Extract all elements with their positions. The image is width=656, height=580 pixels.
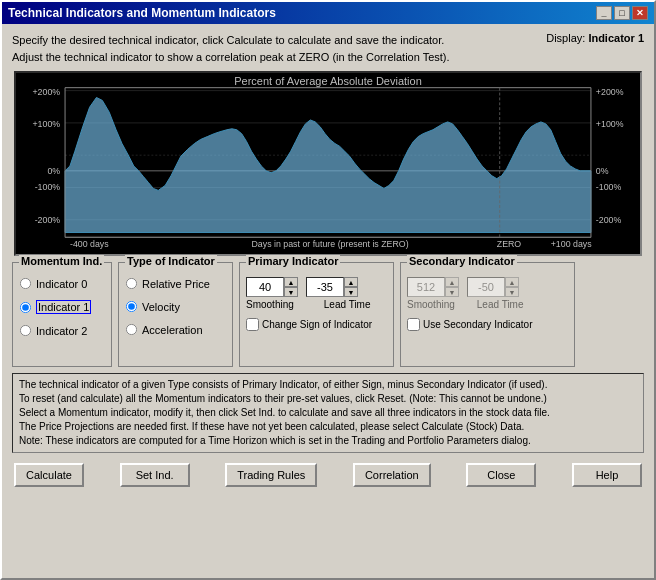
secondary-smoothing-label: Smoothing	[407, 299, 455, 310]
type-acceleration-radio[interactable]	[126, 324, 137, 335]
info-line-1: The technical indicator of a given Type …	[19, 378, 637, 392]
type-velocity-label: Velocity	[142, 301, 180, 313]
primary-smoothing-up[interactable]: ▲	[284, 277, 298, 287]
svg-text:-100%: -100%	[596, 182, 622, 192]
primary-smoothing-input[interactable]	[246, 277, 284, 297]
primary-smoothing-label: Smoothing	[246, 299, 294, 310]
maximize-button[interactable]: □	[614, 6, 630, 20]
svg-text:-200%: -200%	[596, 215, 622, 225]
primary-change-sign-row: Change Sign of Indicator	[246, 318, 387, 331]
primary-change-sign-checkbox[interactable]	[246, 318, 259, 331]
secondary-smoothing-up[interactable]: ▲	[445, 277, 459, 287]
window-title: Technical Indicators and Momentum Indica…	[8, 6, 276, 20]
info-line-3: Select a Momentum indicator, modify it, …	[19, 406, 637, 420]
primary-group-title: Primary Indicator	[246, 255, 340, 267]
primary-smoothing-spinner: ▲ ▼	[246, 277, 298, 297]
primary-controls: ▲ ▼ ▲ ▼ Smoothing	[246, 277, 387, 331]
primary-change-sign-label: Change Sign of Indicator	[262, 319, 372, 330]
momentum-indicator-1-label: Indicator 1	[36, 300, 91, 314]
main-content: Specify the desired technical indicator,…	[2, 24, 654, 578]
primary-leadtime-up[interactable]: ▲	[344, 277, 358, 287]
display-value: Indicator 1	[588, 32, 644, 44]
secondary-controls: ▲ ▼ ▲ ▼ Smoothing	[407, 277, 568, 331]
primary-smoothing-down[interactable]: ▼	[284, 287, 298, 297]
main-window: Technical Indicators and Momentum Indica…	[0, 0, 656, 580]
correlation-button[interactable]: Correlation	[353, 463, 431, 487]
svg-text:+100 days: +100 days	[551, 239, 592, 249]
primary-smoothing-buttons: ▲ ▼	[284, 277, 298, 297]
momentum-indicator-1-radio[interactable]	[20, 301, 31, 312]
svg-text:-400 days: -400 days	[70, 239, 109, 249]
svg-text:Days in past or future (presen: Days in past or future (present is ZERO)	[251, 239, 408, 249]
svg-text:0%: 0%	[596, 166, 609, 176]
type-velocity-radio[interactable]	[126, 301, 137, 312]
secondary-spinner-row: ▲ ▼ ▲ ▼	[407, 277, 568, 297]
secondary-leadtime-spinner: ▲ ▼	[467, 277, 519, 297]
secondary-leadtime-buttons: ▲ ▼	[505, 277, 519, 297]
description-text: Specify the desired technical indicator,…	[12, 32, 450, 65]
description-row: Specify the desired technical indicator,…	[12, 32, 644, 65]
svg-text:+200%: +200%	[596, 87, 624, 97]
secondary-smoothing-spinner: ▲ ▼	[407, 277, 459, 297]
type-velocity-row: Velocity	[125, 300, 226, 313]
info-line-4: The Price Projections are needed first. …	[19, 420, 637, 434]
calculate-button[interactable]: Calculate	[14, 463, 84, 487]
chart-title: Percent of Average Absolute Deviation	[16, 75, 640, 87]
primary-spinner-row: ▲ ▼ ▲ ▼	[246, 277, 387, 297]
momentum-indicator-2-radio[interactable]	[20, 325, 31, 336]
type-relative-price-radio[interactable]	[126, 278, 137, 289]
primary-leadtime-down[interactable]: ▼	[344, 287, 358, 297]
type-group-title: Type of Indicator	[125, 255, 217, 267]
secondary-use-label: Use Secondary Indicator	[423, 319, 533, 330]
primary-leadtime-spinner: ▲ ▼	[306, 277, 358, 297]
primary-group: Primary Indicator ▲ ▼	[239, 262, 394, 367]
chart-container: Percent of Average Absolute Deviation +2…	[14, 71, 642, 256]
secondary-smoothing-down[interactable]: ▼	[445, 287, 459, 297]
secondary-leadtime-up[interactable]: ▲	[505, 277, 519, 287]
title-bar: Technical Indicators and Momentum Indica…	[2, 2, 654, 24]
chart-svg: +200% +100% 0% -100% -200% +200% +100% 0…	[16, 73, 640, 254]
secondary-leadtime-input[interactable]	[467, 277, 505, 297]
momentum-group-title: Momentum Ind.	[19, 255, 104, 267]
momentum-group: Momentum Ind. Indicator 0 Indicator 1 In…	[12, 262, 112, 367]
controls-row: Momentum Ind. Indicator 0 Indicator 1 In…	[12, 262, 644, 367]
secondary-group-title: Secondary Indicator	[407, 255, 517, 267]
secondary-leadtime-label: Lead Time	[477, 299, 524, 310]
set-ind-button[interactable]: Set Ind.	[120, 463, 190, 487]
momentum-indicator-0-label: Indicator 0	[36, 278, 87, 290]
momentum-indicator-2-label: Indicator 2	[36, 325, 87, 337]
info-line-5: Note: These indicators are computed for …	[19, 434, 637, 448]
close-button[interactable]: Close	[466, 463, 536, 487]
momentum-indicator-0-radio[interactable]	[20, 278, 31, 289]
svg-text:0%: 0%	[47, 166, 60, 176]
type-relative-price-row: Relative Price	[125, 277, 226, 290]
minimize-button[interactable]: _	[596, 6, 612, 20]
svg-text:-200%: -200%	[35, 215, 61, 225]
close-window-button[interactable]: ✕	[632, 6, 648, 20]
svg-text:+100%: +100%	[596, 119, 624, 129]
svg-text:+200%: +200%	[32, 87, 60, 97]
display-area: Display: Indicator 1	[546, 32, 644, 44]
primary-leadtime-label: Lead Time	[324, 299, 371, 310]
help-button[interactable]: Help	[572, 463, 642, 487]
type-acceleration-label: Acceleration	[142, 324, 203, 336]
info-line-2: To reset (and calculate) all the Momentu…	[19, 392, 637, 406]
primary-leadtime-buttons: ▲ ▼	[344, 277, 358, 297]
momentum-indicator-0-row: Indicator 0	[19, 277, 105, 290]
description-line1: Specify the desired technical indicator,…	[12, 32, 450, 49]
momentum-indicator-1-row: Indicator 1	[19, 300, 105, 314]
secondary-leadtime-down[interactable]: ▼	[505, 287, 519, 297]
secondary-use-row: Use Secondary Indicator	[407, 318, 568, 331]
svg-text:ZERO: ZERO	[497, 239, 522, 249]
button-row: Calculate Set Ind. Trading Rules Correla…	[12, 459, 644, 489]
info-text: The technical indicator of a given Type …	[12, 373, 644, 453]
description-line2: Adjust the technical indicator to show a…	[12, 49, 450, 66]
secondary-use-checkbox[interactable]	[407, 318, 420, 331]
secondary-smoothing-buttons: ▲ ▼	[445, 277, 459, 297]
primary-leadtime-input[interactable]	[306, 277, 344, 297]
secondary-smoothing-input[interactable]	[407, 277, 445, 297]
type-relative-price-label: Relative Price	[142, 278, 210, 290]
svg-text:-100%: -100%	[35, 182, 61, 192]
trading-rules-button[interactable]: Trading Rules	[225, 463, 317, 487]
type-group: Type of Indicator Relative Price Velocit…	[118, 262, 233, 367]
